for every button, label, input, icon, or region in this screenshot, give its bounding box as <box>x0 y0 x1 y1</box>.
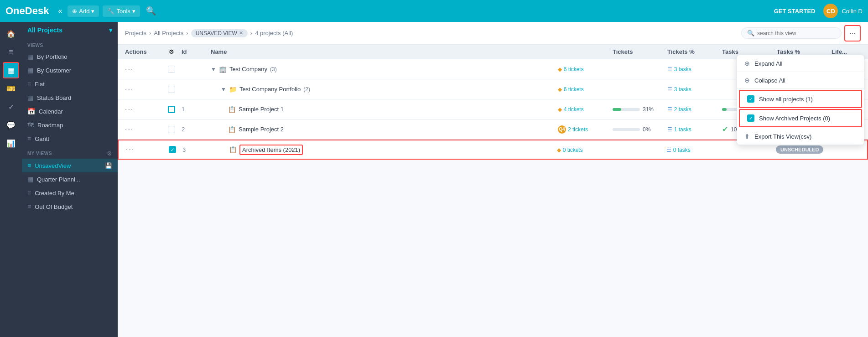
tickets-link[interactable]: 2 tickets <box>568 126 588 133</box>
search-box: 🔍 <box>741 27 842 39</box>
row-more-button[interactable]: ··· <box>125 125 134 134</box>
row-checkbox[interactable] <box>168 86 175 93</box>
sidebar-icon-messages[interactable]: 💬 <box>3 117 19 133</box>
sidebar-item-by-customer[interactable]: ▦ By Customer <box>22 63 118 77</box>
sidebar-icon-reports[interactable]: 📊 <box>3 135 19 151</box>
col-header-tasks-pct: Tasks % <box>777 48 832 55</box>
dropdown-show-archived[interactable]: ✓ Show Archived Projects (0) <box>739 109 862 127</box>
row-tickets-cell: ◆ 0 tickets <box>557 146 612 153</box>
tickets-link[interactable]: 0 tickets <box>563 147 583 153</box>
tasks-link[interactable]: 0 tasks <box>673 147 691 153</box>
row-name-cell: 📋 Archived Items (2021) <box>208 145 557 155</box>
more-options-button[interactable]: ··· <box>844 25 861 41</box>
ticket-icon: ◆ <box>558 66 562 73</box>
add-dropdown-icon: ▾ <box>91 8 94 15</box>
row-tickets-cell: ◆ 6 tickets <box>558 66 613 73</box>
quarter-planning-icon: ▦ <box>27 176 33 183</box>
row-name-cell: 📋 Sample Project 2 <box>207 126 558 133</box>
tasks-link[interactable]: 2 tasks <box>674 106 691 113</box>
icon-sidebar: 🏠 ≡ ▦ 🎫 ✓ 💬 📊 <box>0 22 22 337</box>
row-checkbox[interactable] <box>168 66 175 73</box>
search-input[interactable] <box>757 30 836 36</box>
breadcrumb-projects[interactable]: Projects <box>125 30 146 36</box>
row-checkbox[interactable] <box>168 126 175 133</box>
add-button[interactable]: ⊕ Add ▾ <box>68 5 99 17</box>
my-views-settings-icon[interactable]: ⚙ <box>107 150 112 157</box>
dropdown-show-all-projects[interactable]: ✓ Show all projects (1) <box>739 90 862 108</box>
expand-icon: ⊕ <box>744 60 750 67</box>
row-actions-cell: ··· <box>119 145 164 154</box>
row-tasks-cell: ☰ 1 tasks <box>667 126 722 133</box>
search-global-button[interactable]: 🔍 <box>144 4 158 18</box>
out-of-budget-icon: ≡ <box>27 203 31 210</box>
tasks-link[interactable]: 1 tasks <box>674 126 691 133</box>
search-icon: 🔍 <box>747 30 754 36</box>
sidebar-icon-projects[interactable]: ▦ <box>3 62 19 78</box>
avatar[interactable]: CD <box>823 4 838 18</box>
calendar-icon: 📅 <box>27 108 35 115</box>
row-name-text: Sample Project 2 <box>239 126 284 133</box>
row-tasks-cell: ☰ 3 tasks <box>667 86 722 93</box>
row-tickets-cell: Q4 2 tickets <box>558 125 613 134</box>
tasks-link[interactable]: 3 tasks <box>674 86 691 93</box>
col-header-id: Id <box>180 48 207 55</box>
row-more-button[interactable]: ··· <box>126 145 135 154</box>
tickets-link[interactable]: 6 tickets <box>564 86 584 93</box>
logo: OneDesk <box>5 5 49 17</box>
get-started-link[interactable]: GET STARTED <box>769 5 820 17</box>
sidebar-header[interactable]: All Projects ▾ <box>22 22 118 38</box>
row-count: (3) <box>270 66 277 73</box>
dropdown-collapse-all[interactable]: ⊖ Collapse All <box>737 72 864 89</box>
dropdown-export-csv[interactable]: ⬆ Export This View(csv) <box>737 128 864 145</box>
sidebar-item-calendar[interactable]: 📅 Calendar <box>22 104 118 118</box>
sidebar-item-out-of-budget[interactable]: ≡ Out Of Budget <box>22 200 118 213</box>
roadmap-icon: 🗺 <box>27 121 34 129</box>
row-more-button[interactable]: ··· <box>125 65 134 73</box>
sidebar-icon-tickets[interactable]: 🎫 <box>3 80 19 97</box>
sidebar-item-created-by-me[interactable]: ≡ Created By Me <box>22 186 118 200</box>
breadcrumb-all-projects[interactable]: All Projects <box>154 30 183 36</box>
row-id: 2 <box>180 126 207 133</box>
dropdown-menu: ⊕ Expand All ⊖ Collapse All ✓ Show all p… <box>737 55 864 145</box>
username[interactable]: Collin D <box>842 8 863 15</box>
sidebar-item-by-portfolio[interactable]: ▦ By Portfolio <box>22 50 118 63</box>
unsaved-view-save-icon[interactable]: 💾 <box>105 162 112 169</box>
sidebar-item-quarter-planning[interactable]: ▦ Quarter Planni... <box>22 172 118 186</box>
breadcrumb-tag[interactable]: UNSAVED VIEW ✕ <box>191 29 248 37</box>
sidebar-item-flat[interactable]: ≡ Flat <box>22 77 118 91</box>
row-checkbox[interactable]: ✓ <box>169 146 176 153</box>
collapse-arrow-icon[interactable]: ▼ <box>211 66 216 73</box>
sidebar-item-gantt[interactable]: ≡ Gantt <box>22 132 118 145</box>
tasks-pct-check-icon: ✔ <box>722 125 728 134</box>
sidebar-icon-home[interactable]: 🏠 <box>3 26 19 42</box>
tasks-link[interactable]: 3 tasks <box>674 66 691 73</box>
tickets-link[interactable]: 4 tickets <box>564 106 584 113</box>
tickets-link[interactable]: 6 tickets <box>564 66 584 73</box>
close-tag-icon[interactable]: ✕ <box>239 30 243 36</box>
sidebar-icon-list[interactable]: ≡ <box>3 44 19 60</box>
company-icon: 🏢 <box>219 66 227 73</box>
sidebar-item-status-board[interactable]: ▦ Status Board <box>22 91 118 104</box>
sidebar-item-unsaved-view[interactable]: ≡ UnsavedView 💾 <box>22 159 118 172</box>
row-more-button[interactable]: ··· <box>125 105 134 114</box>
portfolio-icon: 📁 <box>229 86 237 93</box>
row-actions-cell: ··· <box>118 65 163 73</box>
show-all-projects-checkbox[interactable]: ✓ <box>747 95 754 103</box>
sidebar-item-roadmap[interactable]: 🗺 Roadmap <box>22 118 118 132</box>
tools-button[interactable]: 🔧 Tools ▾ <box>103 5 140 17</box>
navbar: OneDesk « ⊕ Add ▾ 🔧 Tools ▾ 🔍 GET STARTE… <box>0 0 868 22</box>
sidebar-collapse-btn[interactable]: « <box>56 5 64 17</box>
show-archived-checkbox[interactable]: ✓ <box>747 114 754 122</box>
collapse-arrow-icon[interactable]: ▼ <box>221 86 226 93</box>
by-customer-icon: ▦ <box>27 67 33 74</box>
row-id: 1 <box>180 106 207 113</box>
row-tickets-pct-cell: 31% <box>613 106 667 113</box>
row-more-button[interactable]: ··· <box>125 85 134 93</box>
col-header-settings[interactable]: ⚙ <box>163 48 180 55</box>
row-checkbox[interactable] <box>168 106 175 113</box>
row-name-cell: ▼ 🏢 Test Company (3) <box>207 66 558 73</box>
row-name-text: Test Company Portfolio <box>239 86 301 93</box>
tickets-progress-bar-bg <box>613 128 640 131</box>
sidebar-icon-tasks[interactable]: ✓ <box>3 99 19 115</box>
dropdown-expand-all[interactable]: ⊕ Expand All <box>737 55 864 72</box>
